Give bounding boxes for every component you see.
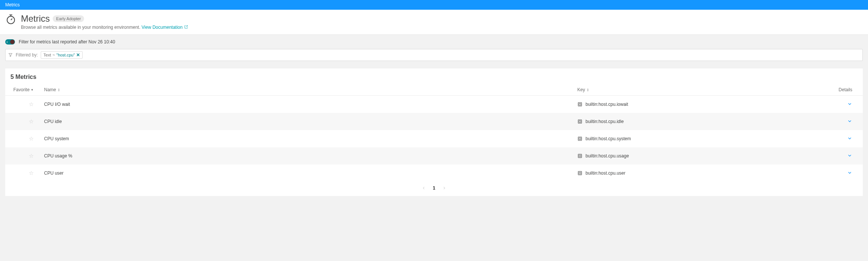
early-adopter-badge: Early Adopter xyxy=(53,15,84,22)
table-row: ☆CPU userbuiltin:host.cpu.user xyxy=(5,165,863,182)
recent-filter-row: i Filter for metrics last reported after… xyxy=(0,35,868,49)
metric-name: CPU usage % xyxy=(44,153,577,159)
table-row: ☆CPU idlebuiltin:host.cpu.idle xyxy=(5,113,863,130)
view-documentation-link[interactable]: View Documentation xyxy=(142,25,188,30)
expand-row-button[interactable] xyxy=(847,101,852,107)
svg-line-1 xyxy=(11,19,12,20)
svg-rect-7 xyxy=(578,120,581,123)
recent-filter-toggle[interactable]: i xyxy=(5,39,15,44)
filtered-by-label: Filtered by: xyxy=(16,52,38,58)
svg-rect-10 xyxy=(579,138,581,140)
sort-icon: ▲▼ xyxy=(587,88,589,92)
breadcrumb[interactable]: Metrics xyxy=(5,2,20,7)
key-icon xyxy=(577,102,583,107)
sort-desc-icon: ▼ xyxy=(31,88,34,92)
metric-name: CPU idle xyxy=(44,119,577,124)
key-icon xyxy=(577,153,583,159)
page-title: Metrics xyxy=(21,13,50,24)
column-details: Details xyxy=(838,87,852,92)
pagination: 1 xyxy=(5,182,863,192)
external-link-icon xyxy=(184,25,188,30)
metric-name: CPU I/O wait xyxy=(44,102,577,107)
svg-marker-4 xyxy=(9,53,12,57)
key-icon xyxy=(577,119,583,124)
results-heading: 5 Metrics xyxy=(5,74,863,85)
info-icon: i xyxy=(7,41,7,43)
favorite-star[interactable]: ☆ xyxy=(28,118,34,125)
favorite-star[interactable]: ☆ xyxy=(28,135,34,142)
svg-rect-8 xyxy=(579,121,581,123)
toggle-knob xyxy=(10,40,15,44)
sort-icon: ▲▼ xyxy=(58,88,60,92)
favorite-star[interactable]: ☆ xyxy=(28,170,34,176)
table-row: ☆CPU I/O waitbuiltin:host.cpu.iowait xyxy=(5,96,863,113)
key-icon xyxy=(577,136,583,141)
metric-key: builtin:host.cpu.iowait xyxy=(586,102,628,107)
svg-rect-9 xyxy=(578,137,581,140)
expand-row-button[interactable] xyxy=(847,170,852,175)
key-icon xyxy=(577,171,583,176)
page-header: Metrics Early Adopter Browse all metrics… xyxy=(0,10,868,35)
metric-key: builtin:host.cpu.usage xyxy=(586,153,629,159)
svg-rect-5 xyxy=(578,102,581,106)
current-page: 1 xyxy=(433,185,435,191)
metric-key: builtin:host.cpu.idle xyxy=(586,119,624,124)
svg-rect-14 xyxy=(579,172,581,174)
breadcrumb-bar: Metrics xyxy=(0,0,868,10)
prev-page-button[interactable] xyxy=(421,186,426,190)
svg-rect-6 xyxy=(579,104,581,105)
filter-chip[interactable]: Text ~ "host.cpu" ✕ xyxy=(41,51,83,59)
filter-bar[interactable]: Filtered by: Text ~ "host.cpu" ✕ xyxy=(5,49,863,61)
table-header: Favorite ▼ Name ▲▼ Key ▲▼ Details xyxy=(5,85,863,96)
favorite-star[interactable]: ☆ xyxy=(28,101,34,108)
remove-filter-icon[interactable]: ✕ xyxy=(76,52,80,58)
table-row: ☆CPU usage %builtin:host.cpu.usage xyxy=(5,147,863,165)
favorite-star[interactable]: ☆ xyxy=(28,153,34,159)
svg-rect-12 xyxy=(579,155,581,157)
expand-row-button[interactable] xyxy=(847,136,852,141)
recent-filter-label: Filter for metrics last reported after N… xyxy=(19,39,115,44)
funnel-icon xyxy=(8,53,13,57)
expand-row-button[interactable] xyxy=(847,119,852,124)
column-key[interactable]: Key ▲▼ xyxy=(577,87,589,92)
page-subtitle: Browse all metrics available in your mon… xyxy=(21,25,188,30)
metric-name: CPU user xyxy=(44,171,577,176)
metric-name: CPU system xyxy=(44,136,577,141)
metric-key: builtin:host.cpu.system xyxy=(586,136,631,141)
metric-key: builtin:host.cpu.user xyxy=(586,171,625,176)
svg-rect-13 xyxy=(578,171,581,175)
expand-row-button[interactable] xyxy=(847,153,852,158)
table-row: ☆CPU systembuiltin:host.cpu.system xyxy=(5,130,863,147)
next-page-button[interactable] xyxy=(442,186,447,190)
stopwatch-icon xyxy=(5,13,16,26)
metrics-card: 5 Metrics Favorite ▼ Name ▲▼ Key ▲▼ xyxy=(5,68,863,196)
column-favorite[interactable]: Favorite ▼ xyxy=(13,87,34,92)
svg-rect-11 xyxy=(578,154,581,157)
column-name[interactable]: Name ▲▼ xyxy=(44,87,60,92)
